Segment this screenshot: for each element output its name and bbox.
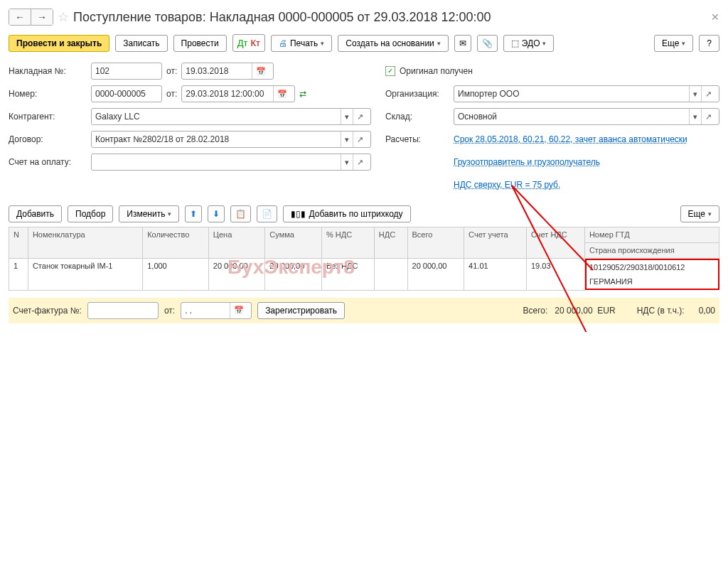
move-down-button[interactable]: ⬇	[208, 205, 225, 222]
move-up-button[interactable]: ⬆	[185, 205, 202, 222]
calendar-icon[interactable]: 📅	[252, 63, 269, 79]
create-based-button[interactable]: Создать на основании	[338, 35, 449, 52]
col-price[interactable]: Цена	[208, 227, 265, 259]
more-button[interactable]: Еще	[654, 35, 693, 52]
contractor-input[interactable]: Galaxy LLC▾↗	[91, 108, 371, 125]
original-received-label: Оригинал получен	[400, 66, 473, 76]
dtkt-icon-button[interactable]: ДтКт	[232, 34, 265, 52]
col-nomenclature[interactable]: Номенклатура	[28, 227, 142, 259]
nav-arrows: ← →	[9, 9, 53, 26]
open-icon[interactable]: ↗	[353, 131, 367, 147]
printer-icon: 🖨	[279, 38, 287, 48]
invoice-date-input[interactable]: 19.03.2018📅	[181, 63, 274, 80]
org-label: Организация:	[385, 89, 449, 99]
invoice-no-label: Накладная №:	[9, 66, 87, 76]
payment-invoice-label: Счет на оплату:	[9, 157, 87, 167]
help-button[interactable]: ?	[699, 35, 719, 52]
open-icon[interactable]: ↗	[353, 109, 367, 124]
add-by-barcode-button[interactable]: ▮▯▮ Добавить по штрихкоду	[283, 205, 410, 222]
items-table: N Номенклатура Количество Цена Сумма % Н…	[9, 227, 719, 291]
col-gtd[interactable]: Номер ГТД	[584, 227, 719, 243]
dropdown-icon[interactable]: ▾	[341, 131, 353, 147]
col-qty[interactable]: Количество	[143, 227, 209, 259]
calendar-icon[interactable]: 📅	[273, 86, 291, 102]
sf-from-label: от:	[164, 306, 175, 316]
contract-input[interactable]: Контракт №2802/18 от 28.02.2018▾↗	[91, 131, 371, 148]
envelope-icon-button[interactable]: ✉	[454, 35, 471, 52]
from-label: от:	[166, 66, 177, 76]
number-label: Номер:	[9, 89, 87, 99]
warehouse-label: Склад:	[385, 112, 449, 122]
table-more-button[interactable]: Еще	[680, 205, 719, 222]
copy-icon-button[interactable]: 📋	[230, 205, 251, 222]
add-row-button[interactable]: Добавить	[9, 205, 62, 222]
shipper-link[interactable]: Грузоотправитель и грузополучатель	[454, 157, 600, 167]
close-icon[interactable]: ✕	[711, 11, 719, 23]
from-label-2: от:	[166, 89, 177, 99]
table-row[interactable]: 1 Станок токарный IM-1 1,000 20 000,00 2…	[9, 259, 719, 291]
dropdown-icon[interactable]: ▾	[689, 109, 701, 124]
original-received-checkbox[interactable]: ✓	[385, 66, 395, 76]
register-button[interactable]: Зарегистрировать	[257, 302, 345, 319]
post-and-close-button[interactable]: Провести и закрыть	[9, 35, 109, 52]
select-items-button[interactable]: Подбор	[68, 205, 113, 222]
open-icon[interactable]: ↗	[701, 86, 715, 102]
vat-link[interactable]: НДС сверху, EUR = 75 руб.	[454, 180, 560, 190]
open-icon[interactable]: ↗	[701, 109, 715, 124]
save-button[interactable]: Записать	[115, 35, 167, 52]
open-icon[interactable]: ↗	[353, 154, 367, 170]
paste-icon-button[interactable]: 📄	[257, 205, 277, 222]
page-title: Поступление товаров: Накладная 0000-0000…	[73, 10, 491, 25]
number-date-input[interactable]: 29.03.2018 12:00:00📅	[181, 85, 295, 102]
barcode-icon: ▮▯▮	[291, 209, 306, 219]
col-vat[interactable]: НДС	[374, 227, 407, 259]
settlements-label: Расчеты:	[385, 134, 449, 144]
dropdown-icon[interactable]: ▾	[341, 109, 353, 124]
warehouse-input[interactable]: Основной▾↗	[454, 108, 719, 125]
sf-label: Счет-фактура №:	[13, 306, 82, 316]
sf-date-input[interactable]: . .📅	[181, 302, 252, 319]
settlements-link[interactable]: Срок 28.05.2018, 60.21, 60.22, зачет ава…	[454, 134, 687, 144]
col-sum[interactable]: Сумма	[265, 227, 322, 259]
calendar-icon[interactable]: 📅	[230, 303, 247, 318]
favorite-star-icon[interactable]: ☆	[58, 9, 69, 25]
sf-number-input[interactable]	[87, 302, 159, 319]
dropdown-icon[interactable]: ▾	[341, 154, 353, 170]
contractor-label: Контрагент:	[9, 112, 87, 122]
post-button[interactable]: Провести	[173, 35, 227, 52]
col-vat-acct[interactable]: Счет НДС	[527, 227, 585, 259]
col-n[interactable]: N	[9, 227, 28, 259]
col-acct[interactable]: Счет учета	[464, 227, 527, 259]
invoice-no-input[interactable]: 102	[91, 63, 162, 80]
kt-icon: Кт	[250, 38, 260, 48]
doc-flow-icon[interactable]: ⇄	[299, 89, 306, 99]
gtd-highlight: 10129052/290318/0010612 ГЕРМАНИЯ	[585, 259, 719, 290]
edo-button[interactable]: ⬚ ЭДО	[503, 35, 555, 52]
attach-icon-button[interactable]: 📎	[477, 35, 498, 52]
origin-country: ГЕРМАНИЯ	[589, 277, 715, 286]
col-vat-pct[interactable]: % НДС	[321, 227, 374, 259]
edit-row-button[interactable]: Изменить	[119, 205, 179, 222]
payment-invoice-input[interactable]: ▾↗	[91, 154, 371, 171]
gtd-number: 10129052/290318/0010612	[589, 263, 715, 277]
dropdown-icon[interactable]: ▾	[689, 86, 701, 102]
nav-back-button[interactable]: ←	[9, 9, 31, 25]
nav-fwd-button[interactable]: →	[31, 9, 53, 25]
col-total[interactable]: Всего	[407, 227, 464, 259]
org-input[interactable]: Импортер ООО▾↗	[454, 85, 719, 102]
dt-icon: Дт	[237, 38, 248, 48]
print-button[interactable]: 🖨 Печать	[271, 35, 332, 52]
edo-icon: ⬚	[511, 38, 519, 48]
number-input[interactable]: 0000-000005	[91, 85, 162, 102]
contract-label: Договор:	[9, 134, 87, 144]
col-origin[interactable]: Страна происхождения	[584, 243, 719, 259]
